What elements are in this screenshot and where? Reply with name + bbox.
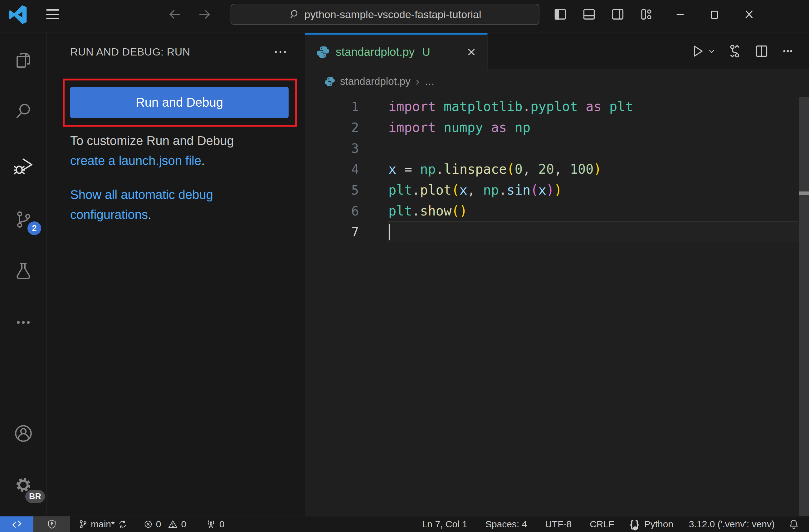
sidebar-title: RUN AND DEBUG: RUN [70, 46, 190, 58]
run-and-debug-button[interactable]: Run and Debug [70, 87, 289, 118]
text-cursor [389, 224, 390, 240]
navigate-forward-icon[interactable] [198, 0, 211, 29]
code-line-5[interactable]: 5plt.plot(x, np.sin(x)) [305, 180, 798, 200]
settings-badge: BR [25, 490, 45, 503]
customize-layout-icon[interactable] [639, 7, 654, 22]
code-line-6[interactable]: 6plt.show() [305, 200, 798, 221]
source-control-icon[interactable]: 2 [0, 201, 47, 238]
tab-standardplot[interactable]: standardplot.py U [305, 33, 488, 70]
line-number: 3 [305, 141, 359, 156]
code-line-2[interactable]: 2import numpy as np [305, 117, 798, 138]
breadcrumb[interactable]: standardplot.py › … [305, 69, 809, 93]
search-icon [289, 9, 300, 20]
accounts-icon[interactable] [0, 415, 47, 452]
testing-icon[interactable] [0, 252, 47, 290]
editor-group: standardplot.py U [305, 33, 809, 516]
activity-bar: 2 BR [0, 33, 47, 516]
menu-icon[interactable] [46, 0, 59, 29]
create-launch-json-link[interactable]: create a launch.json file [70, 154, 201, 167]
tab-filename: standardplot.py [336, 46, 415, 59]
radio-tower-icon [206, 519, 216, 530]
untracked-indicator: U [422, 46, 430, 59]
line-number: 4 [305, 162, 359, 177]
views-more-actions-icon[interactable]: ⋯ [274, 43, 289, 59]
line-number: 5 [305, 183, 359, 197]
open-changes-icon[interactable] [727, 44, 742, 59]
line-number: 2 [305, 120, 359, 135]
indentation-item[interactable]: Spaces: 4 [480, 516, 533, 532]
search-view-icon[interactable] [0, 92, 47, 130]
python-interpreter-item[interactable]: 3.12.0 ('.venv': venv) [683, 516, 780, 532]
toggle-primary-sidebar-icon[interactable] [553, 7, 568, 22]
notifications-item[interactable] [783, 516, 805, 532]
code-line-3[interactable]: 3 [305, 138, 798, 159]
title-bar: python-sample-vscode-fastapi-tutorial [0, 0, 809, 32]
line-number: 6 [305, 204, 359, 218]
settings-gear-icon[interactable]: BR [0, 466, 47, 503]
warning-count: 0 [181, 519, 186, 530]
close-button[interactable] [742, 8, 756, 21]
more-views-icon[interactable] [0, 304, 47, 341]
warnings-icon [168, 519, 178, 529]
code-area[interactable]: 1import matplotlib.pyplot as plt2import … [305, 93, 809, 242]
python-file-icon-small [325, 76, 335, 87]
ports-item[interactable]: 0 [200, 516, 230, 532]
tab-bar: standardplot.py U [305, 33, 809, 69]
python-file-icon [316, 46, 329, 59]
run-debug-sidebar: RUN AND DEBUG: RUN ⋯ Run and Debug To cu… [47, 33, 305, 516]
customize-hint-text: To customize Run and Debug create a laun… [70, 131, 264, 171]
ports-count: 0 [219, 519, 225, 530]
cursor-position-item[interactable]: Ln 7, Col 1 [416, 516, 473, 532]
line-number: 1 [305, 100, 359, 114]
source-control-badge: 2 [28, 221, 41, 235]
maximize-button[interactable] [708, 8, 721, 21]
shield-icon [47, 519, 57, 529]
bell-icon [788, 519, 799, 530]
run-python-file-icon[interactable] [690, 44, 716, 58]
remote-indicator[interactable] [0, 516, 33, 532]
breadcrumb-file[interactable]: standardplot.py [340, 75, 411, 87]
breadcrumb-chevron-icon: › [416, 75, 420, 88]
editor-scrollbar[interactable] [799, 97, 809, 516]
status-bar: main* 0 0 0 Ln 7, Col 1 [0, 516, 809, 532]
run-dropdown-chevron-icon [708, 48, 716, 55]
search-value: python-sample-vscode-fastapi-tutorial [305, 8, 481, 21]
run-and-debug-icon[interactable] [0, 146, 47, 184]
language-mode-item[interactable]: {} Python [624, 516, 679, 532]
toggle-panel-icon[interactable] [582, 7, 597, 22]
remote-icon [12, 519, 22, 530]
code-line-4[interactable]: 4x = np.linspace(0, 20, 100) [305, 159, 798, 180]
minimize-button[interactable] [674, 8, 686, 21]
workspace-trust-item[interactable] [33, 516, 70, 532]
vscode-logo-icon [8, 0, 28, 29]
branch-name: main* [91, 519, 115, 530]
overview-ruler-marker [799, 192, 809, 195]
git-branch-item[interactable]: main* [73, 516, 133, 532]
toggle-secondary-sidebar-icon[interactable] [610, 7, 625, 22]
explorer-icon[interactable] [0, 41, 47, 79]
line-number: 7 [305, 225, 359, 239]
vscode-window: python-sample-vscode-fastapi-tutorial [0, 0, 809, 532]
eol-item[interactable]: CRLF [584, 516, 620, 532]
close-tab-icon[interactable] [466, 47, 477, 57]
code-line-7[interactable]: 7 [305, 221, 798, 242]
problems-item[interactable]: 0 0 [138, 516, 192, 532]
navigate-back-icon[interactable] [169, 0, 182, 29]
editor-more-actions-icon[interactable] [781, 44, 795, 58]
error-count: 0 [156, 519, 161, 530]
auto-debug-hint-text: Show all automatic debug configurations. [70, 184, 264, 225]
git-branch-icon [78, 519, 88, 529]
errors-icon [143, 519, 153, 529]
language-braces-icon: {} [630, 519, 641, 530]
command-center-search[interactable]: python-sample-vscode-fastapi-tutorial [230, 4, 539, 25]
split-editor-icon[interactable] [754, 44, 769, 59]
code-line-1[interactable]: 1import matplotlib.pyplot as plt [305, 96, 798, 117]
show-auto-configurations-link[interactable]: Show all automatic debug configurations [70, 188, 213, 221]
encoding-item[interactable]: UTF-8 [539, 516, 577, 532]
breadcrumb-symbol[interactable]: … [424, 75, 435, 87]
sync-icon [118, 519, 127, 529]
